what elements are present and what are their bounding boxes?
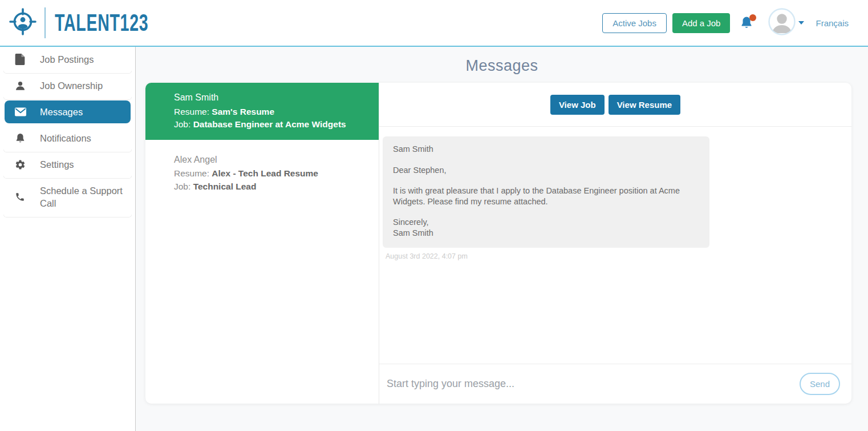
sidebar-item-job-ownership[interactable]: Job Ownership bbox=[0, 74, 135, 97]
chat-message-area: Sam Smith Dear Stephen, It is with great… bbox=[379, 127, 851, 364]
message-closing: Sincerely, bbox=[393, 217, 699, 228]
sidebar-item-label: Messages bbox=[40, 106, 83, 118]
sidebar-item-label: Notifications bbox=[40, 132, 91, 144]
sidebar-item-label: Settings bbox=[40, 158, 74, 171]
message-timestamp: August 3rd 2022, 4:07 pm bbox=[386, 252, 851, 260]
sidebar-item-schedule-support-call[interactable]: Schedule a Support Call bbox=[0, 179, 135, 215]
sidebar-item-messages[interactable]: Messages bbox=[5, 100, 131, 123]
conversation-resume-line: Resume: Alex - Tech Lead Resume bbox=[174, 167, 365, 180]
send-button[interactable]: Send bbox=[800, 373, 840, 395]
chat-input-bar: Send bbox=[379, 364, 851, 404]
conversation-list: Sam Smith Resume: Sam's Resume Job: Data… bbox=[145, 83, 379, 404]
sidebar-item-notifications[interactable]: Notifications bbox=[0, 127, 135, 150]
messages-card: Sam Smith Resume: Sam's Resume Job: Data… bbox=[145, 83, 851, 404]
resume-value: Sam's Resume bbox=[212, 107, 274, 116]
brand-name: TALENT123 bbox=[55, 9, 148, 37]
header-actions: Active Jobs Add a Job bbox=[602, 8, 849, 38]
view-resume-button[interactable]: View Resume bbox=[609, 95, 680, 115]
gear-icon bbox=[15, 159, 26, 170]
message-body: It is with great pleasure that I apply t… bbox=[393, 186, 699, 207]
file-icon bbox=[15, 54, 26, 65]
resume-value: Alex - Tech Lead Resume bbox=[212, 168, 318, 178]
page-title: Messages bbox=[136, 57, 868, 75]
message-bubble: Sam Smith Dear Stephen, It is with great… bbox=[383, 136, 709, 248]
target-person-logo-icon bbox=[9, 8, 36, 38]
chat-header: View Job View Resume bbox=[379, 83, 851, 127]
conversation-name: Alex Angel bbox=[174, 154, 365, 167]
brand-divider bbox=[44, 7, 46, 38]
person-icon bbox=[15, 80, 26, 91]
sidebar-divider bbox=[3, 150, 132, 152]
sidebar-item-job-postings[interactable]: Job Postings bbox=[0, 48, 135, 71]
sidebar: Job Postings Job Ownership bbox=[0, 47, 136, 431]
job-label: Job: bbox=[174, 182, 190, 191]
message-input[interactable] bbox=[387, 378, 800, 390]
main-content: Messages Sam Smith Resume: Sam's Resume … bbox=[136, 47, 868, 431]
sidebar-divider bbox=[3, 71, 132, 74]
chat-panel: View Job View Resume Sam Smith Dear Step… bbox=[379, 83, 851, 404]
sidebar-divider bbox=[3, 176, 132, 179]
job-value: Technical Lead bbox=[193, 182, 257, 191]
sidebar-item-label: Job Ownership bbox=[40, 79, 103, 92]
avatar bbox=[768, 8, 796, 38]
envelope-icon bbox=[15, 106, 26, 118]
chevron-down-icon bbox=[798, 21, 804, 25]
sidebar-item-settings[interactable]: Settings bbox=[0, 153, 135, 176]
sidebar-divider bbox=[3, 97, 132, 100]
add-job-button[interactable]: Add a Job bbox=[672, 13, 731, 33]
view-job-button[interactable]: View Job bbox=[550, 95, 605, 115]
sidebar-item-label: Job Postings bbox=[40, 53, 94, 66]
resume-label: Resume: bbox=[174, 107, 209, 116]
sidebar-divider bbox=[3, 215, 132, 217]
conversation-job-line: Job: Database Engineer at Acme Widgets bbox=[174, 118, 365, 131]
conversation-item-alex-angel[interactable]: Alex Angel Resume: Alex - Tech Lead Resu… bbox=[145, 140, 379, 203]
message-greeting: Dear Stephen, bbox=[393, 165, 699, 176]
brand-logo[interactable]: TALENT123 bbox=[9, 7, 193, 38]
active-jobs-button[interactable]: Active Jobs bbox=[602, 13, 667, 33]
message-sender: Sam Smith bbox=[393, 144, 699, 155]
job-value: Database Engineer at Acme Widgets bbox=[193, 119, 346, 129]
language-toggle-francais[interactable]: Français bbox=[816, 18, 849, 28]
sidebar-item-label: Schedule a Support Call bbox=[40, 184, 123, 210]
conversation-name: Sam Smith bbox=[174, 91, 365, 104]
talent123-app: TALENT123 Active Jobs Add a Job bbox=[0, 0, 868, 431]
message-signature: Sam Smith bbox=[393, 228, 699, 239]
header-notifications-bell-icon[interactable] bbox=[740, 15, 755, 31]
conversation-resume-line: Resume: Sam's Resume bbox=[174, 106, 365, 119]
user-avatar-menu[interactable] bbox=[768, 8, 804, 38]
phone-icon bbox=[15, 191, 26, 203]
bell-icon bbox=[15, 132, 26, 144]
top-header: TALENT123 Active Jobs Add a Job bbox=[0, 0, 868, 47]
notification-badge-dot bbox=[749, 14, 756, 21]
conversation-item-sam-smith[interactable]: Sam Smith Resume: Sam's Resume Job: Data… bbox=[145, 83, 379, 140]
conversation-job-line: Job: Technical Lead bbox=[174, 180, 365, 194]
resume-label: Resume: bbox=[174, 168, 209, 178]
job-label: Job: bbox=[174, 119, 190, 129]
